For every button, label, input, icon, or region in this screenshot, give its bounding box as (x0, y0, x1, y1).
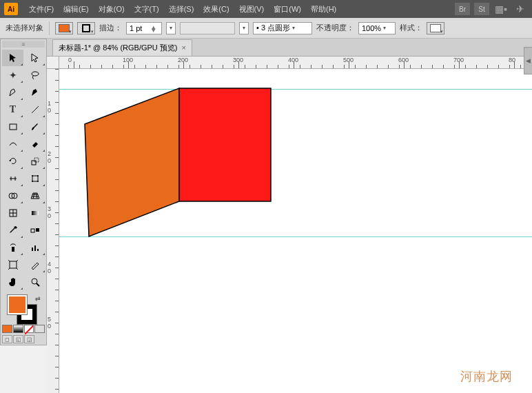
shape-polygon[interactable] (85, 88, 179, 236)
graphic-style[interactable] (427, 22, 444, 34)
close-icon[interactable]: × (182, 43, 186, 52)
rotate-tool[interactable] (2, 153, 23, 170)
svg-rect-13 (32, 211, 39, 215)
color-gradient[interactable] (13, 325, 23, 333)
menu-view[interactable]: 视图(V) (235, 2, 269, 17)
screen-mode-row: ◻ ◱ ◲ (2, 335, 45, 343)
selection-status: 未选择对象 (6, 23, 43, 33)
color-mode-row (2, 325, 45, 333)
menu-edit[interactable]: 编辑(E) (59, 2, 93, 17)
stroke-weight-input[interactable]: 1 pt ▴▾ (126, 22, 162, 34)
symbol-sprayer-tool[interactable] (2, 239, 23, 256)
color-extra[interactable] (34, 325, 45, 333)
artboard-tool[interactable] (2, 256, 23, 273)
svg-rect-19 (37, 249, 39, 251)
svg-point-8 (32, 181, 33, 182)
svg-rect-3 (32, 161, 36, 165)
shape-builder-tool[interactable] (2, 188, 23, 204)
zoom-tool[interactable] (24, 274, 45, 290)
selection-tool[interactable] (2, 50, 23, 66)
pen-tool[interactable] (2, 84, 23, 101)
color-solid[interactable] (2, 325, 12, 333)
document-tab[interactable]: 未标题-1* @ 84% (RGB/GPU 预览) × (52, 39, 192, 56)
mesh-tool[interactable] (2, 205, 23, 221)
opacity-input[interactable]: 100%▾ (358, 22, 396, 34)
width-tool[interactable] (2, 170, 23, 187)
rectangle-tool[interactable] (2, 119, 23, 135)
app-icon: Ai (4, 3, 18, 15)
svg-rect-17 (32, 248, 33, 251)
svg-rect-4 (34, 158, 39, 162)
color-none[interactable] (24, 325, 34, 333)
document-tab-strip: 未标题-1* @ 84% (RGB/GPU 预览) × (47, 39, 532, 57)
stroke-swatch[interactable] (77, 22, 95, 34)
panel-expand-icon[interactable]: ◀ (524, 47, 532, 74)
gpu-icon[interactable]: ✈ (513, 3, 528, 15)
lasso-tool[interactable] (24, 67, 45, 83)
brush-definition[interactable]: • 3 点圆形▾ (253, 22, 312, 34)
vertical-ruler[interactable]: 1020304050 (47, 69, 59, 393)
menu-object[interactable]: 对象(O) (94, 2, 129, 17)
menu-bar: Ai 文件(F) 编辑(E) 对象(O) 文字(T) 选择(S) 效果(C) 视… (0, 0, 532, 18)
curvature-tool[interactable] (24, 84, 45, 101)
draw-normal[interactable]: ◻ (2, 335, 12, 343)
fill-swatch[interactable] (55, 22, 73, 34)
watermark-text: 河南龙网 (460, 368, 513, 385)
variable-width-profile[interactable] (180, 22, 235, 34)
canvas[interactable]: 河南龙网 (59, 69, 532, 393)
svg-rect-20 (10, 261, 17, 268)
draw-inside[interactable]: ◲ (24, 335, 34, 343)
svg-line-1 (32, 106, 39, 113)
variable-width-dropdown[interactable]: ▾ (239, 22, 249, 34)
bridge-icon[interactable]: Br (455, 3, 470, 15)
menu-select[interactable]: 选择(S) (165, 2, 198, 17)
ruler-origin[interactable] (47, 57, 59, 69)
line-tool[interactable] (24, 101, 45, 118)
svg-point-21 (32, 279, 37, 284)
paintbrush-tool[interactable] (24, 119, 45, 135)
svg-point-6 (32, 175, 33, 177)
stock-icon[interactable]: St (474, 3, 489, 15)
menu-help[interactable]: 帮助(H) (307, 2, 340, 17)
fill-stroke-control[interactable]: ⇄ (2, 294, 45, 323)
opacity-label: 不透明度： (316, 23, 354, 33)
draw-behind[interactable]: ◱ (13, 335, 23, 343)
scale-tool[interactable] (24, 153, 45, 170)
fill-color[interactable] (8, 295, 27, 314)
hand-tool[interactable] (2, 274, 23, 290)
eyedropper-tool[interactable] (2, 222, 23, 239)
stroke-label: 描边： (99, 23, 122, 33)
svg-point-0 (32, 72, 39, 76)
svg-rect-16 (12, 247, 14, 252)
svg-rect-15 (36, 228, 39, 232)
slice-tool[interactable] (24, 256, 45, 273)
eraser-tool[interactable] (24, 136, 45, 152)
arrange-icon[interactable]: ▦▪ (493, 3, 509, 15)
svg-line-23 (25, 325, 34, 334)
panel-grip[interactable] (2, 41, 45, 48)
svg-point-9 (37, 181, 39, 182)
menu-window[interactable]: 窗口(W) (269, 2, 305, 17)
free-transform-tool[interactable] (24, 170, 45, 187)
column-graph-tool[interactable] (24, 239, 45, 256)
stepper-down-icon[interactable]: ▾ (152, 28, 158, 31)
shaper-tool[interactable] (2, 136, 23, 152)
swap-fill-stroke-icon[interactable]: ⇄ (35, 295, 41, 302)
direct-selection-tool[interactable] (24, 50, 45, 66)
blend-tool[interactable] (24, 222, 45, 239)
svg-rect-5 (32, 176, 38, 181)
svg-point-7 (37, 175, 39, 177)
menu-type[interactable]: 文字(T) (130, 2, 163, 17)
stroke-weight-dropdown[interactable]: ▾ (166, 22, 176, 34)
type-tool[interactable]: T (2, 101, 23, 118)
svg-rect-2 (10, 124, 17, 130)
options-bar: 未选择对象 描边： 1 pt ▴▾ ▾ ▾ • 3 点圆形▾ 不透明度： 100… (0, 18, 532, 39)
horizontal-ruler[interactable]: 010020030040050060070080 (59, 57, 532, 69)
perspective-grid-tool[interactable] (24, 188, 45, 204)
magic-wand-tool[interactable]: ✦ (2, 67, 23, 83)
gradient-tool[interactable] (24, 205, 45, 221)
shape-rectangle[interactable] (179, 88, 271, 201)
menu-file[interactable]: 文件(F) (25, 2, 58, 17)
menu-effect[interactable]: 效果(C) (199, 2, 233, 17)
artwork (59, 69, 532, 393)
